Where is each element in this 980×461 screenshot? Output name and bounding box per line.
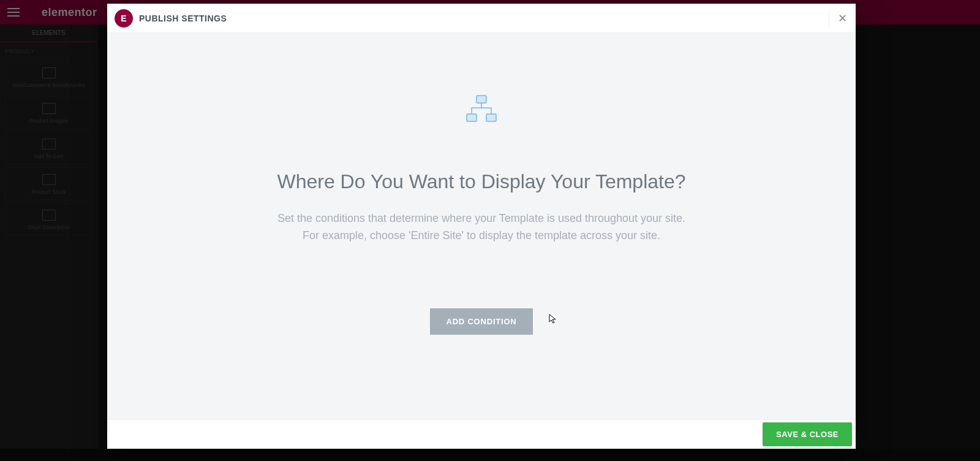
svg-rect-2 (486, 114, 496, 121)
publish-settings-modal: E PUBLISH SETTINGS ✕ Where Do You Want t… (107, 4, 856, 449)
modal-heading: Where Do You Want to Display Your Templa… (277, 170, 685, 193)
modal-description: Set the conditions that determine where … (277, 210, 685, 245)
modal-footer: SAVE & CLOSE (107, 419, 856, 449)
modal-description-line2: For example, choose 'Entire Site' to dis… (303, 229, 660, 242)
svg-rect-0 (477, 96, 486, 103)
close-icon[interactable]: ✕ (829, 10, 846, 27)
modal-header: E PUBLISH SETTINGS ✕ (107, 4, 856, 33)
modal-title: PUBLISH SETTINGS (139, 13, 227, 23)
elementor-logo-icon: E (115, 9, 133, 28)
modal-description-line1: Set the conditions that determine where … (277, 212, 685, 224)
sitemap-icon (464, 94, 499, 126)
modal-body: Where Do You Want to Display Your Templa… (107, 33, 856, 419)
add-condition-button[interactable]: ADD CONDITION (430, 308, 532, 335)
save-and-close-button[interactable]: SAVE & CLOSE (763, 422, 852, 446)
svg-rect-1 (467, 114, 477, 121)
